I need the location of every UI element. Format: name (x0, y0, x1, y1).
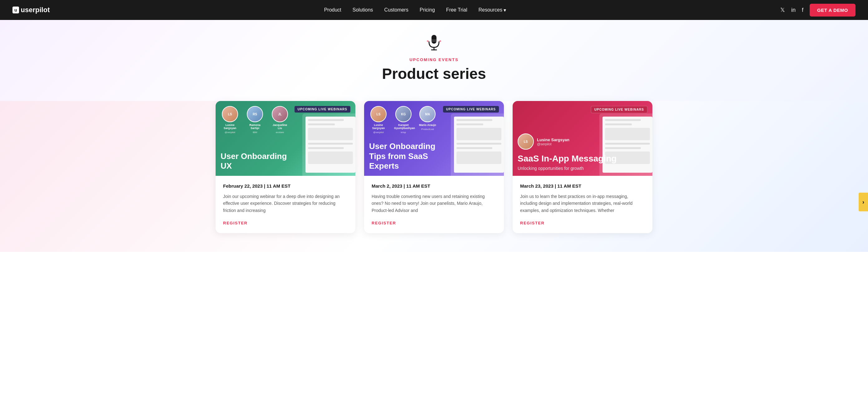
speaker-lusine-2: LS Lusine Sargsyan @serpilot (369, 106, 388, 134)
svg-point-0 (427, 40, 429, 42)
speaker-mario: MA Mario Araujo ProductLed (419, 106, 436, 134)
speaker-name-lusine-2: Lusine Sargsyan (369, 124, 388, 130)
chevron-down-icon: ▾ (503, 7, 506, 13)
scroll-hint[interactable]: › (859, 193, 868, 211)
speaker-org-jacqueline: ecobee (276, 131, 284, 134)
speaker-name-karapet: Karapet Gyumjibashyan (394, 124, 413, 130)
card-2-image: UPCOMING LIVE WEBINARS LS Lusine Sargsya… (364, 101, 504, 176)
nav-links: Product Solutions Customers Pricing Free… (324, 7, 506, 13)
card-1-image: UPCOMING LIVE WEBINARS LS Lusine Sargsya… (216, 101, 355, 176)
hero-title: Product series (382, 65, 486, 82)
speaker-org-karapet: krisp (401, 131, 406, 134)
speaker-lusine: LS Lusine Sargsyan @serpilot (221, 106, 239, 134)
speakers-2: LS Lusine Sargsyan @serpilot KG Karapet … (369, 106, 436, 134)
speaker-ramona: RS Ramona Sartipi IBM (246, 106, 264, 134)
speaker-name-jacqueline: Jacqueline Liu (271, 124, 289, 130)
speaker-org-ramona: IBM (253, 131, 257, 134)
linkedin-icon[interactable]: in (791, 7, 796, 13)
navigation: u userpilot Product Solutions Customers … (0, 0, 868, 20)
twitter-icon[interactable]: 𝕏 (780, 6, 785, 13)
arrow-right-icon: › (862, 199, 864, 205)
speaker-org-lusine: @serpilot (225, 131, 235, 134)
svg-rect-2 (432, 35, 436, 44)
upcoming-label: UPCOMING EVENTS (409, 57, 458, 62)
speaker-name-lusine: Lusine Sargsyan (221, 124, 239, 130)
card-2-register-link[interactable]: REGISTER (372, 221, 396, 225)
speaker-org-mario: ProductLed (421, 128, 434, 131)
card-3-image: UPCOMING LIVE WEBINARS LS (513, 101, 652, 176)
webinar-badge-1: UPCOMING LIVE WEBINARS (294, 106, 350, 112)
card-3-speaker-handle: @serpilot (537, 142, 569, 146)
card-3-subtitle: Unlocking opportunities for growth (518, 166, 621, 171)
speaker-name-ramona: Ramona Sartipi (246, 124, 264, 130)
speaker-name-mario: Mario Araujo (419, 124, 436, 127)
hero-section: UPCOMING EVENTS Product series (0, 20, 868, 101)
card-1-title-overlay: User Onboarding UX (221, 152, 296, 171)
webinar-card-3: UPCOMING LIVE WEBINARS LS (513, 101, 652, 233)
logo-box: u (12, 6, 19, 13)
card-3-register-link[interactable]: REGISTER (520, 221, 545, 225)
webinar-card-1: UPCOMING LIVE WEBINARS LS Lusine Sargsya… (216, 101, 355, 233)
webinar-card-2: UPCOMING LIVE WEBINARS LS Lusine Sargsya… (364, 101, 504, 233)
card-2-title-overlay: User Onboarding Tips from SaaS Experts (369, 141, 444, 171)
card-1-register-link[interactable]: REGISTER (223, 221, 247, 225)
card-3-body: March 23, 2023 | 11 AM EST Join us to le… (513, 176, 652, 233)
speakers-1: LS Lusine Sargsyan @serpilot RS Ramona S… (221, 106, 289, 134)
avatar-lusine-3: LS (518, 133, 534, 149)
card-3-content: LS Lusine Sargsyan @serpilot SaaS In-App… (518, 133, 621, 171)
card-3-description: Join us to learn the best practices on i… (520, 193, 645, 214)
nav-pricing[interactable]: Pricing (420, 7, 435, 12)
logo-text: userpilot (21, 6, 50, 14)
ui-mockup-2 (451, 113, 504, 176)
nav-customers[interactable]: Customers (384, 7, 408, 12)
nav-resources[interactable]: Resources ▾ (478, 7, 506, 13)
card-3-speaker-info: Lusine Sargsyan @serpilot (537, 137, 569, 146)
svg-point-1 (439, 40, 441, 42)
nav-free-trial[interactable]: Free Trial (446, 7, 467, 12)
avatar-lusine: LS (222, 106, 238, 122)
card-1-description: Join our upcoming webinar for a deep div… (223, 193, 348, 214)
cards-section: UPCOMING LIVE WEBINARS LS Lusine Sargsya… (0, 101, 868, 252)
speaker-org-lusine-2: @serpilot (373, 131, 384, 134)
card-2-date: March 2, 2023 | 11 AM EST (372, 183, 496, 189)
mic-icon (425, 32, 443, 53)
cards-container: UPCOMING LIVE WEBINARS LS Lusine Sargsya… (216, 101, 652, 233)
speaker-jacqueline: JL Jacqueline Liu ecobee (271, 106, 289, 134)
avatar-jacqueline: JL (272, 106, 288, 122)
avatar-lusine-2: LS (370, 106, 386, 122)
facebook-icon[interactable]: f (802, 7, 803, 13)
card-3-speaker: LS Lusine Sargsyan @serpilot (518, 133, 621, 149)
nav-right: 𝕏 in f GET A DEMO (780, 4, 856, 16)
get-demo-button[interactable]: GET A DEMO (810, 4, 856, 16)
avatar-karapet: KG (395, 106, 411, 122)
card-1-body: February 22, 2023 | 11 AM EST Join our u… (216, 176, 355, 233)
card-2-description: Having trouble converting new users and … (372, 193, 496, 214)
logo[interactable]: u userpilot (12, 6, 50, 14)
card-2-body: March 2, 2023 | 11 AM EST Having trouble… (364, 176, 504, 233)
card-3-title-overlay: SaaS In-App Messaging (518, 154, 621, 164)
speaker-karapet: KG Karapet Gyumjibashyan krisp (394, 106, 413, 134)
avatar-mario: MA (419, 106, 436, 122)
card-3-speaker-name: Lusine Sargsyan (537, 137, 569, 142)
nav-product[interactable]: Product (324, 7, 341, 12)
webinar-badge-2: UPCOMING LIVE WEBINARS (443, 106, 499, 112)
ui-mockup-1 (302, 113, 355, 176)
nav-solutions[interactable]: Solutions (352, 7, 373, 12)
avatar-ramona: RS (247, 106, 263, 122)
webinar-badge-3: UPCOMING LIVE WEBINARS (591, 106, 647, 113)
card-1-date: February 22, 2023 | 11 AM EST (223, 183, 348, 189)
card-3-date: March 23, 2023 | 11 AM EST (520, 183, 645, 189)
